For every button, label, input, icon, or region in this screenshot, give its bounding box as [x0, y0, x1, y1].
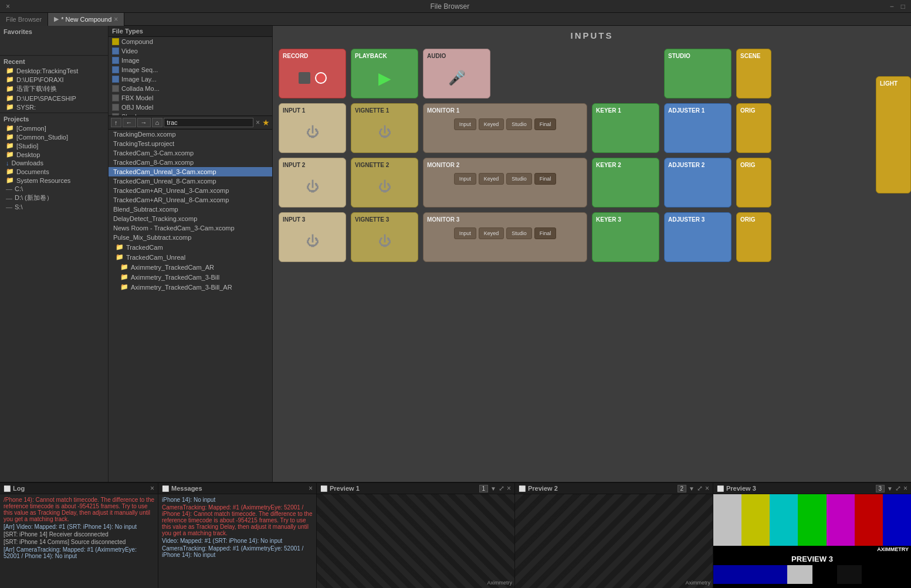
monitor3-input-btn[interactable]: Input — [454, 227, 476, 239]
ft-image[interactable]: Image — [109, 56, 272, 65]
project-item-studio[interactable]: 📁[Studio] — [4, 141, 104, 150]
playback-card[interactable]: PLAYBACK ▶ — [351, 49, 418, 98]
ft-obj[interactable]: OBJ Model — [109, 103, 272, 112]
vignette1-card[interactable]: VIGNETTE 1 ⏻ — [351, 103, 418, 153]
power2-icon[interactable]: ⏻ — [306, 179, 319, 195]
tab-new-compound[interactable]: ▶ * New Compound × — [48, 13, 124, 26]
file-subfolder-1[interactable]: 📁Aximmetry_TrackedCam_3-Bill — [109, 272, 272, 282]
monitor2-final-btn[interactable]: Final — [534, 173, 557, 185]
close-button[interactable]: × — [2, 2, 13, 11]
monitor1-keyed-btn[interactable]: Keyed — [479, 118, 504, 130]
monitor3-card[interactable]: MONITOR 3 Input Keyed Studio Final — [423, 212, 587, 262]
search-input[interactable] — [164, 118, 253, 127]
preview2-expand-icon[interactable]: ⤢ — [697, 484, 703, 492]
preview1-num[interactable]: 1 — [479, 485, 489, 492]
monitor2-studio-btn[interactable]: Studio — [506, 173, 532, 185]
file-folder-1[interactable]: 📁TrackedCam_Unreal — [109, 252, 272, 262]
monitor1-card[interactable]: MONITOR 1 Input Keyed Studio Final — [423, 103, 587, 153]
file-item-5[interactable]: TrackedCam_Unreal_8-Cam.xcomp — [109, 176, 272, 186]
input2-card[interactable]: INPUT 2 ⏻ — [279, 158, 346, 208]
search-clear-button[interactable]: × — [255, 118, 261, 127]
project-item-common-studio[interactable]: 📁[Common_Studio] — [4, 132, 104, 141]
ft-fbx[interactable]: FBX Model — [109, 93, 272, 103]
vignette3-power-icon[interactable]: ⏻ — [378, 234, 391, 249]
recent-item-1[interactable]: 📁D:\UEP\FORAXI — [4, 75, 104, 84]
file-item-7[interactable]: TrackedCam+AR_Unreal_8-Cam.xcomp — [109, 195, 272, 205]
project-item-documents[interactable]: 📁Documents — [4, 167, 104, 176]
ft-collada[interactable]: Collada Mo... — [109, 84, 272, 93]
monitor2-input-btn[interactable]: Input — [454, 173, 476, 185]
preview2-close-button[interactable]: × — [705, 484, 709, 492]
monitor3-final-btn[interactable]: Final — [534, 227, 557, 239]
record-card[interactable]: RECORD — [279, 49, 346, 98]
preview1-dropdown-icon[interactable]: ▼ — [490, 485, 496, 492]
preview3-num[interactable]: 3 — [876, 485, 885, 492]
file-folder-0[interactable]: 📁TrackedCam — [109, 242, 272, 252]
favorites-star-button[interactable]: ★ — [262, 118, 270, 127]
keyer3-card[interactable]: KEYER 3 — [592, 212, 659, 262]
audio-card[interactable]: AUDIO 🎤 — [423, 49, 490, 98]
scene-card[interactable]: SCENE — [736, 49, 771, 98]
ft-image-lay[interactable]: Image Lay... — [109, 74, 272, 84]
preview2-dropdown-icon[interactable]: ▼ — [689, 485, 695, 492]
mic-icon[interactable]: 🎤 — [448, 70, 466, 86]
play-icon[interactable]: ▶ — [378, 69, 391, 88]
ft-compound[interactable]: Compound — [109, 37, 272, 46]
preview3-close-button[interactable]: × — [903, 484, 907, 492]
monitor3-studio-btn[interactable]: Studio — [506, 227, 532, 239]
studio-card[interactable]: STUDIO — [664, 49, 731, 98]
record-dot-icon[interactable] — [315, 72, 327, 84]
file-item-8[interactable]: Blend_Subtract.xcomp — [109, 205, 272, 214]
power1-icon[interactable]: ⏻ — [306, 125, 319, 140]
project-item-downloads[interactable]: ↓Downloads — [4, 159, 104, 167]
nav-up-button[interactable]: ↑ — [111, 118, 121, 127]
orig2-card[interactable]: ORIG — [736, 158, 771, 208]
keyer2-card[interactable]: KEYER 2 — [592, 158, 659, 208]
project-item-common[interactable]: 📁[Common] — [4, 124, 104, 132]
file-item-6[interactable]: TrackedCam+AR_Unreal_3-Cam.xcomp — [109, 186, 272, 195]
file-item-4[interactable]: TrackedCam_Unreal_3-Cam.xcomp — [109, 167, 272, 176]
preview3-expand-icon[interactable]: ⤢ — [895, 484, 901, 492]
recent-item-4[interactable]: 📁SYSR: — [4, 103, 104, 111]
vignette1-power-icon[interactable]: ⏻ — [378, 125, 391, 140]
stop-icon[interactable] — [299, 72, 310, 84]
preview1-expand-icon[interactable]: ⤢ — [499, 484, 504, 492]
tab-new-compound-close[interactable]: × — [114, 15, 118, 23]
file-subfolder-0[interactable]: 📁Aximmetry_TrackedCam_AR — [109, 262, 272, 272]
nav-back-button[interactable]: ← — [123, 118, 136, 127]
project-item-s[interactable]: —S:\ — [4, 203, 104, 211]
file-item-1[interactable]: TrackingTest.uproject — [109, 139, 272, 148]
input3-card[interactable]: INPUT 3 ⏻ — [279, 212, 346, 262]
maximize-button[interactable]: □ — [898, 2, 909, 11]
project-item-desktop[interactable]: 📁Desktop — [4, 150, 104, 159]
file-item-9[interactable]: DelayDetect_Tracking.xcomp — [109, 214, 272, 223]
file-item-10[interactable]: News Room - TrackedCam_3-Cam.xcomp — [109, 223, 272, 233]
file-item-2[interactable]: TrackedCam_3-Cam.xcomp — [109, 148, 272, 158]
vignette2-power-icon[interactable]: ⏻ — [378, 179, 391, 195]
monitor1-studio-btn[interactable]: Studio — [506, 118, 532, 130]
messages-close-button[interactable]: × — [309, 484, 313, 492]
orig3-card[interactable]: ORIG — [736, 212, 771, 262]
project-item-c[interactable]: —C:\ — [4, 185, 104, 193]
monitor1-input-btn[interactable]: Input — [454, 118, 476, 130]
preview3-dropdown-icon[interactable]: ▼ — [887, 485, 893, 492]
file-item-3[interactable]: TrackedCam_8-Cam.xcomp — [109, 158, 272, 167]
orig1-card[interactable]: ORIG — [736, 103, 771, 153]
ft-shader[interactable]: Shader — [109, 112, 272, 116]
file-item-11[interactable]: Pulse_Mix_Subtract.xcomp — [109, 233, 272, 242]
ft-video[interactable]: Video — [109, 46, 272, 56]
input1-card[interactable]: INPUT 1 ⏻ — [279, 103, 346, 153]
file-item-0[interactable]: TrackingDemo.xcomp — [109, 130, 272, 139]
vignette2-card[interactable]: VIGNETTE 2 ⏻ — [351, 158, 418, 208]
nav-forward-button[interactable]: → — [137, 118, 151, 127]
file-subfolder-2[interactable]: 📁Aximmetry_TrackedCam_3-Bill_AR — [109, 282, 272, 292]
preview1-close-button[interactable]: × — [507, 484, 511, 492]
log-close-button[interactable]: × — [150, 484, 154, 492]
minimize-button[interactable]: − — [886, 2, 898, 11]
adjuster3-card[interactable]: ADJUSTER 3 — [664, 212, 731, 262]
nav-home-button[interactable]: ⌂ — [152, 118, 163, 127]
project-item-system-resources[interactable]: 📁System Resources — [4, 176, 104, 185]
tab-file-browser[interactable]: File Browser — [0, 13, 48, 26]
adjuster2-card[interactable]: ADJUSTER 2 — [664, 158, 731, 208]
monitor2-keyed-btn[interactable]: Keyed — [479, 173, 504, 185]
